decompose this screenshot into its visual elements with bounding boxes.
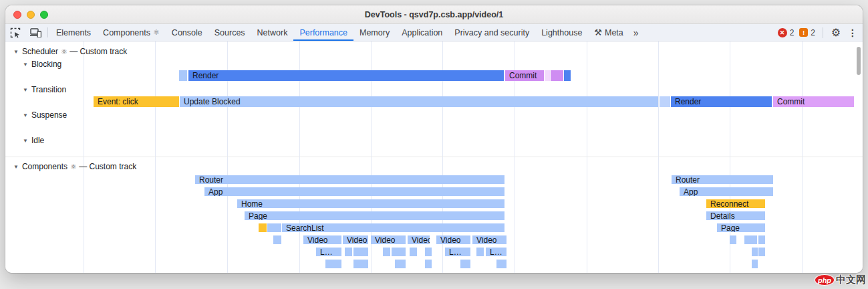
disclosure-triangle-icon: ▼ [23, 138, 28, 144]
flame-bar-details[interactable]: Details [706, 211, 765, 220]
flame-bar[interactable] [179, 70, 187, 81]
tab-application[interactable]: Application [396, 24, 448, 41]
flame-bar-l-[interactable]: L… [445, 248, 470, 256]
flame-bar-render[interactable]: Render [188, 70, 504, 81]
flame-bar-video[interactable]: Video [436, 235, 470, 244]
react-atom-icon: ⚛ [61, 47, 67, 56]
device-toolbar-button[interactable] [25, 24, 45, 41]
flame-bar[interactable] [564, 70, 571, 81]
flame-bar[interactable] [752, 248, 758, 256]
tab-memory[interactable]: Memory [353, 24, 396, 41]
flame-bar[interactable] [259, 223, 267, 232]
tabbar: ElementsComponents⚛ConsoleSourcesNetwork… [5, 24, 863, 41]
flame-bar-router[interactable]: Router [672, 175, 773, 184]
flame-bar[interactable] [545, 70, 550, 81]
flame-bar-searchlist[interactable]: SearchList [282, 223, 504, 232]
flame-bar[interactable] [267, 223, 281, 232]
flame-bar[interactable] [395, 260, 406, 268]
flame-bar[interactable] [425, 248, 432, 256]
gridline [587, 41, 587, 273]
watermark: php 中文网 [815, 274, 866, 286]
flame-bar[interactable] [730, 235, 736, 244]
flame-bar[interactable] [460, 260, 470, 268]
group-label-blocking[interactable]: ▼Blocking [23, 60, 61, 69]
flame-bar-render[interactable]: Render [671, 96, 772, 107]
errors-icon[interactable]: ✕ [778, 28, 787, 37]
disclosure-triangle-icon: ▼ [23, 62, 28, 68]
flame-bar-router[interactable]: Router [195, 175, 504, 184]
flame-bar-page[interactable]: Page [245, 211, 504, 220]
inspect-icon [10, 27, 21, 38]
flame-bar[interactable] [551, 70, 563, 81]
flame-bar[interactable] [425, 260, 432, 268]
flame-bar[interactable] [758, 248, 765, 256]
flame-bar-l-[interactable]: L… [486, 248, 507, 256]
flame-bar-home[interactable]: Home [237, 199, 504, 208]
tab-console[interactable]: Console [166, 24, 208, 41]
group-label-transition[interactable]: ▼Transition [23, 85, 66, 94]
group-label-idle[interactable]: ▼Idle [23, 136, 44, 145]
flame-bar[interactable] [345, 248, 352, 256]
menu-kebab-button[interactable]: ⋮ [847, 27, 859, 38]
label-text: Components [22, 162, 67, 171]
flame-bar-update-blocked[interactable]: Update Blocked [180, 96, 658, 107]
flame-bar-page[interactable]: Page [717, 223, 765, 232]
flame-bar-video[interactable]: Video [303, 235, 341, 244]
inspect-element-button[interactable] [5, 24, 25, 41]
tabs-container: ElementsComponents⚛ConsoleSourcesNetwork… [50, 24, 629, 41]
device-toolbar-icon [30, 27, 41, 37]
tab-label: Components [103, 28, 150, 37]
tab-privacy-and-security[interactable]: Privacy and security [448, 24, 535, 41]
warnings-count[interactable]: 2 [811, 28, 815, 37]
flame-bar[interactable] [353, 248, 368, 256]
flame-bar[interactable] [273, 235, 281, 244]
tab-performance[interactable]: Performance [293, 24, 353, 41]
watermark-text: 中文网 [836, 274, 866, 286]
flame-bar[interactable] [752, 260, 758, 268]
flame-chart[interactable]: ▼Scheduler⚛ — Custom track▼Components⚛ —… [5, 41, 863, 273]
flame-bar-video[interactable]: Video [371, 235, 406, 244]
flame-bar[interactable] [496, 260, 507, 268]
flame-bar[interactable] [744, 235, 757, 244]
flame-bar-l-[interactable]: L… [316, 248, 341, 256]
tab-sources[interactable]: Sources [208, 24, 251, 41]
disclosure-triangle-icon: ▼ [13, 164, 19, 170]
track-divider [5, 157, 863, 157]
flame-bar[interactable] [410, 248, 417, 256]
group-label-suspense[interactable]: ▼Suspense [23, 110, 67, 120]
flame-bar-reconnect[interactable]: Reconnect [706, 199, 765, 208]
track-header-scheduler[interactable]: ▼Scheduler⚛ — Custom track [13, 47, 127, 56]
track-header-components[interactable]: ▼Components⚛ — Custom track [13, 162, 136, 171]
flame-bar-commit[interactable]: Commit [773, 96, 854, 107]
flame-bar[interactable] [758, 235, 765, 244]
titlebar[interactable]: DevTools - qsvd7p.csb.app/video/1 [5, 5, 863, 24]
devtools-window: DevTools - qsvd7p.csb.app/video/1 Elemen… [5, 5, 863, 273]
errors-count[interactable]: 2 [790, 28, 794, 37]
flame-bar[interactable] [325, 260, 341, 268]
flame-bar[interactable] [660, 96, 670, 107]
react-atom-icon: ⚛ [70, 163, 77, 171]
flame-bar[interactable] [353, 260, 368, 268]
flame-bar-app[interactable]: App [680, 187, 773, 196]
tab-meta[interactable]: ⚒Meta [588, 24, 629, 41]
tab-lighthouse[interactable]: Lighthouse [535, 24, 588, 41]
settings-gear-button[interactable]: ⚙ [828, 26, 844, 39]
flame-bar-video[interactable]: Video [408, 235, 430, 244]
tab-components[interactable]: Components⚛ [97, 24, 166, 41]
more-tabs-button[interactable]: » [629, 24, 643, 41]
flame-bar-event-click[interactable]: Event: click [94, 96, 179, 107]
custom-track-suffix: — Custom track [67, 47, 127, 56]
flame-bar[interactable] [383, 248, 390, 256]
tab-elements[interactable]: Elements [50, 24, 97, 41]
hammer-wrench-icon: ⚒ [594, 27, 602, 37]
php-logo: php [815, 274, 835, 286]
warnings-icon[interactable]: ! [799, 28, 808, 37]
flame-bar-app[interactable]: App [204, 187, 504, 196]
flame-bar-commit[interactable]: Commit [505, 70, 544, 81]
flame-bar[interactable] [392, 248, 406, 256]
flame-bar-video[interactable]: Video [343, 235, 368, 244]
vertical-scrollbar-thumb[interactable] [857, 47, 861, 75]
tab-network[interactable]: Network [251, 24, 294, 41]
flame-bar-video[interactable]: Video [472, 235, 507, 244]
flame-bar[interactable] [476, 248, 484, 256]
